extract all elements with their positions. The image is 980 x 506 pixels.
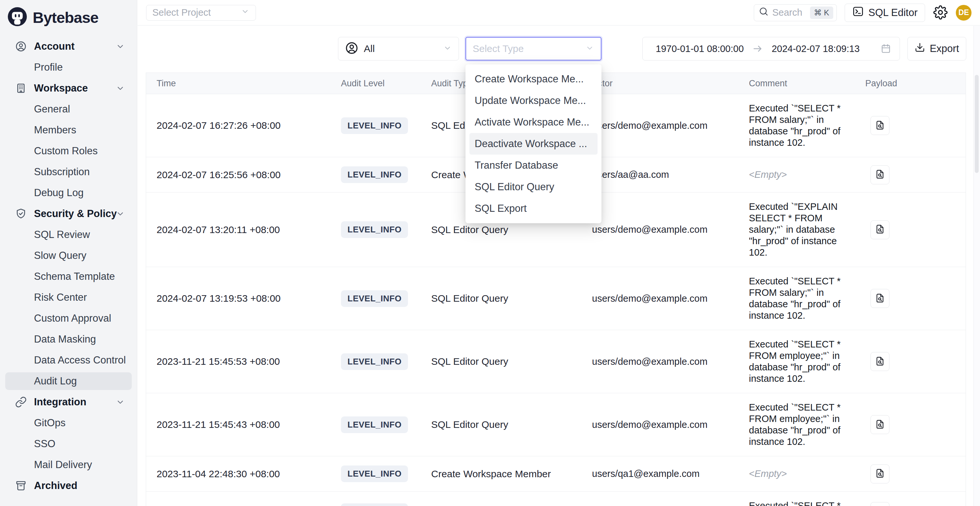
payload-view-button[interactable]: [870, 502, 889, 506]
type-filter-select[interactable]: Select Type: [466, 37, 601, 60]
sidebar-item-gitops[interactable]: GitOps: [0, 412, 137, 433]
sidebar-item-label: Subscription: [34, 166, 90, 178]
topbar: Select Project Search ⌘ K SQL Editor DE: [138, 0, 980, 25]
menu-item-create-workspace-me[interactable]: Create Workspace Me...: [466, 68, 601, 90]
cell-time: 2023-11-04 22:48:30 +08:00: [157, 468, 341, 479]
column-header-time: Time: [157, 78, 341, 89]
menu-item-transfer-database[interactable]: Transfer Database: [466, 154, 601, 176]
sidebar-item-members[interactable]: Members: [0, 119, 137, 140]
cell-audit-type: SQL Editor Query: [431, 356, 592, 367]
avatar[interactable]: DE: [956, 5, 972, 21]
sidebar-item-label: Account: [34, 41, 75, 52]
user-circle-icon: [15, 41, 27, 52]
project-select[interactable]: Select Project: [146, 5, 256, 21]
payload-view-button[interactable]: [870, 352, 889, 371]
date-range-picker[interactable]: 1970-01-01 08:00:00 2024-02-07 18:09:13: [642, 37, 900, 60]
sidebar-item-account[interactable]: Account: [0, 36, 137, 57]
comment-text: Executed `"SELECT * FROM department;"` i…: [749, 500, 846, 506]
search-icon: [759, 6, 768, 19]
user-circle-icon: [345, 41, 359, 56]
sidebar-item-label: Schema Template: [34, 271, 115, 282]
sidebar-item-risk-center[interactable]: Risk Center: [0, 287, 137, 308]
type-filter-dropdown-menu: Create Workspace Me...Update Workspace M…: [466, 64, 601, 223]
chevron-down-icon: [115, 397, 125, 407]
payload-view-button[interactable]: [870, 116, 889, 135]
sidebar-item-profile[interactable]: Profile: [0, 57, 137, 78]
comment-text: Executed `"SELECT * FROM employee;"` in …: [749, 402, 841, 447]
date-from-value: 1970-01-01 08:00:00: [656, 43, 744, 54]
column-header-actor: Actor: [592, 78, 749, 89]
comment-text: Executed `"SELECT * FROM salary;"` in da…: [749, 276, 841, 321]
menu-item-sql-export[interactable]: SQL Export: [466, 198, 601, 220]
sidebar-item-label: Custom Roles: [34, 145, 98, 157]
sidebar-item-label: Data Masking: [34, 333, 96, 345]
empty-comment: <Empty>: [749, 169, 787, 180]
terminal-icon: [852, 6, 864, 20]
file-search-icon: [875, 293, 885, 304]
page-scrollbar[interactable]: [974, 26, 980, 506]
audit-level-badge: LEVEL_INFO: [341, 417, 408, 433]
sidebar-item-label: Debug Log: [34, 187, 84, 199]
cell-time: 2024-02-07 16:25:56 +08:00: [157, 169, 341, 180]
cell-actor: users/qa1@example.com: [592, 468, 749, 479]
payload-view-button[interactable]: [870, 165, 889, 185]
cell-actor: users/demo@example.com: [592, 293, 749, 304]
search-shortcut-badge: ⌘ K: [810, 6, 833, 19]
type-filter-placeholder: Select Type: [473, 43, 524, 54]
sidebar-item-subscription[interactable]: Subscription: [0, 161, 137, 182]
search-input[interactable]: Search ⌘ K: [754, 4, 837, 21]
archive-box-icon: [15, 480, 27, 492]
brand-name: Bytebase: [33, 8, 99, 27]
search-placeholder: Search: [772, 7, 802, 18]
sidebar-item-sql-review[interactable]: SQL Review: [0, 224, 137, 245]
menu-item-deactivate-workspace[interactable]: Deactivate Workspace ...: [469, 133, 598, 154]
topbar-right: Search ⌘ K SQL Editor DE: [754, 3, 972, 22]
payload-view-button[interactable]: [870, 465, 889, 484]
sidebar-item-label: GitOps: [34, 417, 65, 429]
cell-audit-type: SQL Editor Query: [431, 224, 592, 235]
link-icon: [15, 396, 27, 408]
payload-view-button[interactable]: [870, 415, 889, 434]
payload-view-button[interactable]: [870, 220, 889, 239]
sidebar-item-mail-delivery[interactable]: Mail Delivery: [0, 454, 137, 475]
table-row: 2024-02-07 13:19:53 +08:00LEVEL_INFOSQL …: [146, 267, 966, 330]
sidebar-item-general[interactable]: General: [0, 99, 137, 119]
export-button[interactable]: Export: [907, 37, 966, 60]
sidebar-item-integration[interactable]: Integration: [0, 391, 137, 412]
sql-editor-button[interactable]: SQL Editor: [845, 3, 925, 22]
settings-gear-icon[interactable]: [933, 5, 948, 20]
cell-time: 2023-11-21 15:45:53 +08:00: [157, 356, 341, 367]
menu-item-sql-editor-query[interactable]: SQL Editor Query: [466, 176, 601, 198]
sidebar-item-audit-log[interactable]: Audit Log: [0, 371, 137, 391]
sidebar-item-workspace[interactable]: Workspace: [0, 78, 137, 99]
sidebar-item-debug-log[interactable]: Debug Log: [0, 182, 137, 203]
sidebar-item-label: Risk Center: [34, 291, 87, 303]
menu-item-update-workspace-me[interactable]: Update Workspace Me...: [466, 90, 601, 111]
cell-comment: Executed `"SELECT * FROM department;"` i…: [749, 492, 857, 506]
sidebar-item-sso[interactable]: SSO: [0, 433, 137, 454]
sidebar-item-security-policy[interactable]: Security & Policy: [0, 203, 137, 224]
actor-filter-value: All: [364, 43, 375, 54]
sidebar-item-slow-query[interactable]: Slow Query: [0, 245, 137, 266]
chevron-down-icon: [115, 41, 125, 51]
file-search-icon: [875, 169, 885, 180]
sidebar-item-archived[interactable]: Archived: [0, 475, 137, 496]
sidebar-item-custom-roles[interactable]: Custom Roles: [0, 140, 137, 161]
sidebar-item-custom-approval[interactable]: Custom Approval: [0, 308, 137, 329]
sidebar-item-data-masking[interactable]: Data Masking: [0, 329, 137, 350]
payload-view-button[interactable]: [870, 289, 889, 308]
sidebar-item-schema-template[interactable]: Schema Template: [0, 266, 137, 287]
file-search-icon: [875, 120, 885, 131]
actor-filter-select[interactable]: All: [338, 37, 459, 60]
menu-item-activate-workspace-me[interactable]: Activate Workspace Me...: [466, 111, 601, 133]
sidebar-item-label: Mail Delivery: [34, 459, 92, 471]
scrollbar-thumb[interactable]: [975, 75, 979, 173]
sidebar-item-label: Workspace: [34, 83, 88, 94]
sidebar-item-label: Custom Approval: [34, 312, 111, 324]
chevron-down-icon: [443, 43, 452, 54]
sidebar-item-data-access-control[interactable]: Data Access Control: [0, 350, 137, 371]
audit-level-badge: LEVEL_INFO: [341, 166, 408, 183]
chevron-down-icon: [115, 83, 125, 93]
bytebase-logo-icon: [7, 6, 27, 28]
calendar-icon: [881, 43, 891, 54]
